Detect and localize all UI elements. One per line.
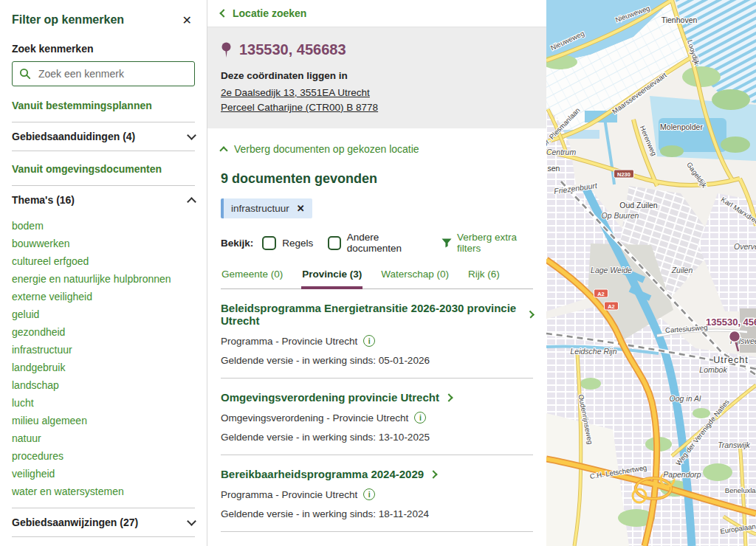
info-icon[interactable]: i — [363, 335, 375, 347]
theme-link-infrastructuur[interactable]: infrastructuur — [12, 344, 72, 356]
close-icon[interactable]: ✕ — [179, 13, 195, 28]
theme-list-item: landschap — [12, 376, 195, 394]
map-label-oud-zuilen: Oud Zuilen — [619, 201, 658, 210]
checkbox-label: Regels — [282, 238, 313, 249]
filter-funnel-icon — [441, 238, 452, 248]
theme-link-gezondheid[interactable]: gezondheid — [12, 326, 65, 338]
theme-link-lucht[interactable]: lucht — [12, 397, 34, 409]
map-label-beneluxlaan: Beneluxlaan — [725, 486, 756, 494]
theme-list-item: infrastructuur — [12, 341, 195, 359]
info-icon[interactable]: i — [414, 412, 426, 424]
tab-rijk-6-[interactable]: Rijk (6) — [467, 269, 501, 289]
theme-link-energie-en-natuurlijke-hulpbronnen[interactable]: energie en natuurlijke hulpbronnen — [12, 273, 171, 285]
section-gebiedsaanwijzingen[interactable]: Gebiedsaanwijzingen (27) — [12, 508, 195, 536]
authority-tabs: Gemeente (0)Provincie (3)Waterschap (0)R… — [221, 269, 533, 289]
checkbox-andere-documenten[interactable]: Andere documenten — [328, 232, 427, 254]
theme-link-bouwwerken[interactable]: bouwwerken — [12, 238, 70, 249]
theme-list-item: bodem — [12, 217, 195, 235]
map-label-tienhoven: Tienhoven — [662, 15, 698, 24]
map-label-papendorp: Papendorp — [663, 470, 701, 479]
link-omgevingsdocumenten[interactable]: Vanuit omgevingsdocumenten — [12, 163, 195, 175]
map-label-lage-weide: Lage Weide — [591, 266, 632, 274]
section-themas[interactable]: Thema's (16) — [12, 186, 195, 214]
section-activiteiten[interactable]: Activiteiten (607) — [12, 537, 195, 546]
theme-link-milieu-algemeen[interactable]: milieu algemeen — [12, 415, 87, 426]
theme-list-item: water en watersystemen — [12, 483, 195, 500]
theme-link-veiligheid[interactable]: veiligheid — [12, 468, 55, 480]
chip-label: infrastructuur — [231, 203, 289, 214]
map-pin-icon — [221, 42, 232, 58]
document-version: Geldende versie - in werking sinds: 18-1… — [221, 508, 533, 519]
theme-link-bodem[interactable]: bodem — [12, 220, 44, 232]
map-label-molenpolder: Molenpolder — [660, 122, 703, 131]
theme-list: bodembouwwerkencultureel erfgoedenergie … — [12, 217, 195, 500]
filter-chip-infrastructuur: infrastructuur ✕ — [221, 198, 312, 218]
map-label-zuilen: Zuilen — [671, 266, 693, 274]
theme-link-procedures[interactable]: procedures — [12, 450, 63, 462]
document-type: Omgevingsverordening - Provincie Utrecht — [221, 412, 408, 424]
map-label-transwijk: Transwijk — [718, 440, 750, 449]
chevron-up-icon — [187, 197, 196, 207]
map-label-135530-456683: 135530, 456683 — [706, 317, 756, 328]
checkbox-label: Andere documenten — [347, 232, 427, 254]
tab-provincie-3-[interactable]: Provincie (3) — [301, 269, 362, 289]
back-to-location-search-link[interactable]: Locatie zoeken — [221, 7, 306, 19]
map-label-leidsche-rijn: Leidsche Rijn — [570, 347, 616, 356]
coordinates-intro: Deze coördinaten liggen in — [221, 70, 533, 81]
address-link[interactable]: 2e Daalsedijk 13, 3551EA Utrecht — [221, 86, 533, 100]
document-item: Beleidsprogramma Energietransitie 2026-2… — [221, 289, 533, 379]
section-label: Gebiedsaanwijzingen (27) — [12, 516, 138, 528]
link-bestemmingsplannen[interactable]: Vanuit bestemmingsplannen — [12, 100, 195, 111]
theme-link-landschap[interactable]: landschap — [12, 379, 59, 391]
theme-list-item: landgebruik — [12, 359, 195, 376]
tab-waterschap-0-[interactable]: Waterschap (0) — [380, 269, 450, 289]
theme-link-water-en-watersystemen[interactable]: water en watersystemen — [12, 485, 124, 497]
theme-list-item: externe veiligheid — [12, 288, 195, 305]
theme-link-externe-veiligheid[interactable]: externe veiligheid — [12, 291, 92, 303]
theme-list-item: procedures — [12, 447, 195, 465]
omgevingsloket-app: Filter op kenmerken ✕ Zoek kenmerken Van… — [0, 0, 756, 546]
chip-close-icon[interactable]: ✕ — [297, 203, 305, 214]
document-list: Beleidsprogramma Energietransitie 2026-2… — [221, 289, 533, 532]
document-link[interactable]: Beleidsprogramma Energietransitie 2026-2… — [221, 302, 521, 327]
map-label-centrum: Centrum — [546, 148, 576, 156]
hide-documents-label: Verberg documenten op gekozen locatie — [234, 143, 419, 155]
document-version: Geldende versie - in werking sinds: 05-0… — [221, 355, 533, 366]
theme-list-item: energie en natuurlijke hulpbronnen — [12, 270, 195, 288]
section-gebiedsaanduidingen[interactable]: Gebiedsaanduidingen (4) — [12, 122, 195, 151]
document-version: Geldende versie - in werking sinds: 13-1… — [221, 432, 533, 443]
hide-extra-filters-link[interactable]: Verberg extra filters — [441, 232, 533, 254]
view-options-row: Bekijk: Regels Andere documenten Verberg… — [221, 232, 533, 254]
checkbox-box[interactable] — [262, 236, 276, 250]
info-icon[interactable]: i — [363, 488, 375, 500]
document-link[interactable]: Omgevingsverordening provincie Utrecht — [221, 391, 439, 404]
motorway-badge: A2 — [594, 289, 608, 297]
map-label-oog-in-al: Oog in Al — [670, 394, 701, 403]
tab-gemeente-0-[interactable]: Gemeente (0) — [221, 269, 284, 289]
map-label-op-buuren: Op Buuren — [602, 211, 639, 220]
svg-text:A2: A2 — [597, 291, 605, 297]
theme-list-item: geluid — [12, 305, 195, 323]
theme-list-item: natuur — [12, 429, 195, 447]
theme-link-cultureel-erfgoed[interactable]: cultureel erfgoed — [12, 255, 89, 267]
chevron-down-icon — [187, 131, 196, 140]
motorway-badge: A2 — [605, 302, 619, 310]
kenmerk-search-box[interactable] — [12, 61, 195, 86]
document-item: Omgevingsverordening provincie UtrechtOm… — [221, 379, 533, 455]
hide-documents-link[interactable]: Verberg documenten op gekozen locatie — [221, 143, 419, 155]
theme-link-landgebruik[interactable]: landgebruik — [12, 362, 65, 373]
checkbox-box[interactable] — [328, 236, 340, 250]
map-canvas[interactable]: NieuwewegNieuwewegTienhovenLooydijkMaars… — [546, 0, 756, 546]
map-svg: NieuwewegNieuwewegTienhovenLooydijkMaars… — [546, 0, 756, 546]
theme-list-item: milieu algemeen — [12, 412, 195, 429]
theme-link-geluid[interactable]: geluid — [12, 308, 39, 320]
document-type: Programma - Provincie Utrecht — [221, 489, 357, 500]
bekijk-label: Bekijk: — [221, 238, 253, 249]
checkbox-regels[interactable]: Regels — [262, 236, 313, 250]
location-summary: 135530, 456683 Deze coördinaten liggen i… — [207, 27, 546, 128]
theme-link-natuur[interactable]: natuur — [12, 432, 41, 444]
parcel-link[interactable]: Perceel Catharijne (CTR00) B 8778 — [221, 100, 533, 115]
document-link[interactable]: Bereikbaarheidsprogramma 2024-2029 — [221, 468, 424, 480]
road-number-badge: N230 — [614, 170, 634, 178]
search-input[interactable] — [37, 67, 188, 80]
